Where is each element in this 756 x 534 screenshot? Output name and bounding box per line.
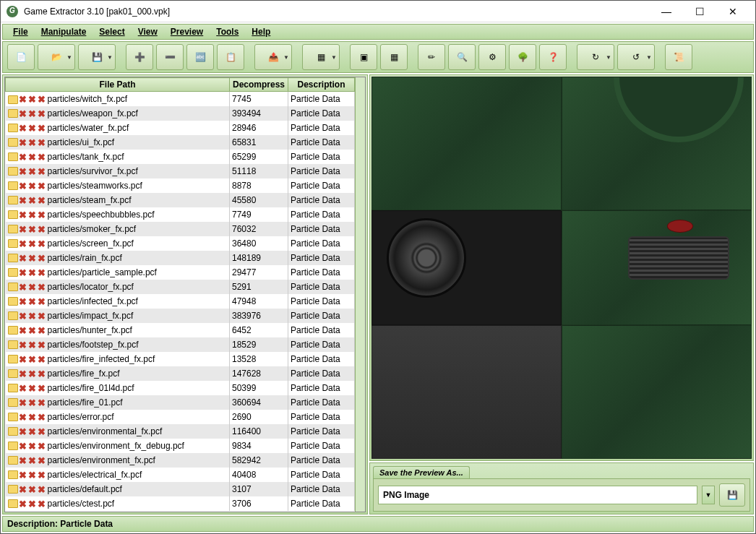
table-row[interactable]: ✖✖✖particles/fire_infected_fx.pcf13528Pa… — [6, 352, 355, 366]
file-table-scroll[interactable]: File Path Decompress Description ✖✖✖part… — [5, 77, 355, 512]
column-header-filepath[interactable]: File Path — [6, 78, 230, 92]
texture-preview[interactable] — [371, 77, 752, 459]
format-select[interactable]: PNG Image — [378, 486, 697, 504]
table-row[interactable]: ✖✖✖particles/footstep_fx.pcf18529Particl… — [6, 337, 355, 352]
action-icon: ✖ — [28, 181, 37, 190]
action-icon: ✖ — [28, 398, 37, 407]
filepath-text: particles/fire_fx.pcf — [48, 369, 120, 379]
help-button[interactable]: ❓ — [539, 44, 567, 70]
select-matching-button[interactable]: ▣ — [350, 44, 377, 70]
menu-preview[interactable]: Preview — [165, 25, 209, 38]
action-icon: ✖ — [38, 456, 46, 465]
extract-button[interactable]: 📤▼ — [254, 44, 292, 70]
table-row[interactable]: ✖✖✖particles/witch_fx.pcf7745Particle Da… — [6, 92, 355, 106]
table-row[interactable]: ✖✖✖particles/electrical_fx.pcf40408Parti… — [6, 468, 355, 482]
cell-filepath: ✖✖✖particles/steam_fx.pcf — [6, 193, 230, 207]
folder-icon — [8, 196, 18, 204]
folder-icon — [8, 369, 18, 378]
cell-decompress: 28946 — [230, 121, 288, 135]
action-icon: ✖ — [19, 456, 27, 465]
table-row[interactable]: ✖✖✖particles/fire_fx.pcf147628Particle D… — [6, 366, 355, 381]
cell-description: Particle Data — [288, 424, 355, 439]
table-row[interactable]: ✖✖✖particles/tank_fx.pcf65299Particle Da… — [6, 150, 355, 164]
table-row[interactable]: ✖✖✖particles/steamworks.pcf8878Particle … — [6, 178, 355, 193]
cell-decompress: 393494 — [230, 106, 288, 121]
table-row[interactable]: ✖✖✖particles/water_fx.pcf28946Particle D… — [6, 121, 355, 135]
replace-button[interactable]: 📋 — [217, 44, 244, 70]
add-file-icon: ➕ — [131, 48, 148, 66]
table-row[interactable]: ✖✖✖particles/fire_01.pcf360694Particle D… — [6, 395, 355, 410]
select-all-button[interactable]: ▦ — [380, 44, 408, 70]
table-row[interactable]: ✖✖✖particles/survivor_fx.pcf51118Particl… — [6, 164, 355, 178]
toolbar: 📄📂▼💾▼➕➖🔤📋📤▼▦▼▣▦✏🔍⚙🌳❓↻▼↺▼📜 — [2, 41, 754, 73]
rename-button[interactable]: 🔤 — [186, 44, 214, 70]
table-row[interactable]: ✖✖✖particles/environmental_fx.pcf116400P… — [6, 424, 355, 439]
table-view-button[interactable]: ▦▼ — [302, 44, 340, 70]
new-archive-button[interactable]: 📄 — [7, 44, 35, 70]
menu-file[interactable]: File — [7, 25, 34, 38]
maximize-button[interactable]: ☐ — [683, 1, 716, 22]
folder-icon — [8, 311, 18, 320]
table-row[interactable]: ✖✖✖particles/speechbubbles.pcf7749Partic… — [6, 207, 355, 222]
open-archive-button[interactable]: 📂▼ — [38, 44, 75, 70]
column-header-decompress[interactable]: Decompress — [230, 78, 288, 92]
table-row[interactable]: ✖✖✖particles/fire_01l4d.pcf50399Particle… — [6, 381, 355, 395]
minimize-button[interactable]: — — [650, 1, 683, 22]
table-row[interactable]: ✖✖✖particles/infected_fx.pcf47948Particl… — [6, 294, 355, 309]
table-scrollbar[interactable] — [355, 77, 365, 512]
action-icon: ✖ — [38, 499, 46, 508]
column-header-description[interactable]: Description — [288, 78, 355, 92]
remove-file-button[interactable]: ➖ — [156, 44, 184, 70]
action-icon: ✖ — [28, 283, 37, 291]
table-row[interactable]: ✖✖✖particles/default.pcf3107Particle Dat… — [6, 482, 355, 496]
save-preview-button[interactable]: 💾 — [719, 483, 745, 507]
table-row[interactable]: ✖✖✖particles/locator_fx.pcf5291Particle … — [6, 280, 355, 294]
folder-icon — [8, 95, 18, 104]
filepath-text: particles/smoker_fx.pcf — [48, 224, 137, 234]
table-row[interactable]: ✖✖✖particles/screen_fx.pcf36480Particle … — [6, 236, 355, 251]
convert-2-button[interactable]: ↺▼ — [617, 44, 655, 70]
menu-select[interactable]: Select — [93, 25, 130, 38]
menu-help[interactable]: Help — [246, 25, 276, 38]
settings-1-button[interactable]: ⚙ — [478, 44, 506, 70]
menu-view[interactable]: View — [132, 25, 163, 38]
table-row[interactable]: ✖✖✖particles/particle_sample.pcf29477Par… — [6, 265, 355, 280]
cell-filepath: ✖✖✖particles/footstep_fx.pcf — [6, 337, 230, 352]
table-row[interactable]: ✖✖✖particles/rain_fx.pcf148189Particle D… — [6, 251, 355, 265]
window-controls: — ☐ ✕ — [650, 1, 749, 22]
action-icon: ✖ — [28, 109, 37, 118]
action-icon: ✖ — [19, 470, 27, 479]
settings-2-button[interactable]: 🌳 — [509, 44, 536, 70]
search-button[interactable]: 🔍 — [448, 44, 476, 70]
table-row[interactable]: ✖✖✖particles/environment_fx.pcf582942Par… — [6, 453, 355, 468]
save-tab-label[interactable]: Save the Preview As... — [373, 466, 470, 478]
row-icons: ✖✖✖ — [8, 138, 46, 147]
save-archive-button[interactable]: 💾▼ — [78, 44, 116, 70]
table-row[interactable]: ✖✖✖particles/weapon_fx.pcf393494Particle… — [6, 106, 355, 121]
close-button[interactable]: ✕ — [716, 1, 749, 22]
table-row[interactable]: ✖✖✖particles/ctest.pcf3706Particle Data — [6, 496, 355, 511]
action-icon: ✖ — [19, 442, 27, 450]
cell-description: Particle Data — [288, 164, 355, 178]
convert-1-button[interactable]: ↻▼ — [577, 44, 614, 70]
action-icon: ✖ — [38, 384, 46, 392]
menu-tools[interactable]: Tools — [210, 25, 244, 38]
save-archive-icon: 💾 — [88, 48, 106, 66]
table-row[interactable]: ✖✖✖particles/steam_fx.pcf45580Particle D… — [6, 193, 355, 207]
format-dropdown-button[interactable]: ▼ — [702, 486, 715, 504]
open-archive-icon: 📂 — [48, 48, 65, 66]
menu-manipulate[interactable]: Manipulate — [35, 25, 93, 38]
script-button[interactable]: 📜 — [665, 44, 692, 70]
action-icon: ✖ — [38, 138, 46, 147]
table-row[interactable]: ✖✖✖particles/impact_fx.pcf383976Particle… — [6, 309, 355, 323]
table-row[interactable]: ✖✖✖particles/ui_fx.pcf65831Particle Data — [6, 135, 355, 150]
table-row[interactable]: ✖✖✖particles/hunter_fx.pcf6452Particle D… — [6, 323, 355, 337]
table-row[interactable]: ✖✖✖particles/error.pcf2690Particle Data — [6, 410, 355, 424]
cell-filepath: ✖✖✖particles/witch_fx.pcf — [6, 92, 230, 106]
preview-panel — [369, 74, 754, 461]
table-row[interactable]: ✖✖✖particles/smoker_fx.pcf76032Particle … — [6, 222, 355, 236]
add-file-button[interactable]: ➕ — [126, 44, 153, 70]
edit-button[interactable]: ✏ — [418, 44, 445, 70]
replace-icon: 📋 — [222, 48, 239, 66]
table-row[interactable]: ✖✖✖particles/environment_fx_debug.pcf983… — [6, 439, 355, 453]
